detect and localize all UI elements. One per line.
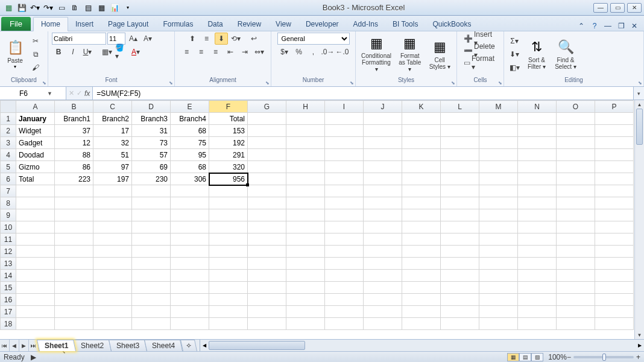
- cell[interactable]: [55, 258, 93, 270]
- tab-add-ins[interactable]: Add-Ins: [346, 17, 385, 31]
- cell[interactable]: 12: [55, 137, 93, 149]
- cell[interactable]: [171, 185, 209, 197]
- cell[interactable]: [364, 246, 402, 258]
- cell[interactable]: [209, 246, 248, 258]
- cell[interactable]: [93, 294, 132, 306]
- cell[interactable]: [518, 306, 557, 318]
- cell[interactable]: [132, 221, 171, 233]
- cell[interactable]: [171, 258, 209, 270]
- tab-formulas[interactable]: Formulas: [156, 17, 200, 31]
- cell[interactable]: [171, 282, 209, 294]
- row-header[interactable]: 18: [1, 318, 16, 330]
- cell[interactable]: [595, 161, 634, 173]
- cell[interactable]: [286, 185, 325, 197]
- font-color-icon[interactable]: A▾: [129, 46, 142, 58]
- cell[interactable]: [286, 246, 325, 258]
- cell[interactable]: [364, 233, 402, 246]
- increase-decimal-icon[interactable]: .0→: [321, 46, 335, 58]
- undo-icon[interactable]: ↶▾: [29, 2, 41, 14]
- percent-format-icon[interactable]: %: [292, 46, 306, 58]
- cell[interactable]: 230: [132, 173, 171, 185]
- cell[interactable]: [479, 258, 518, 270]
- column-header[interactable]: I: [325, 101, 364, 113]
- cell[interactable]: [595, 258, 634, 270]
- number-format-select[interactable]: General: [277, 33, 350, 45]
- cell[interactable]: [402, 246, 441, 258]
- cell[interactable]: [55, 270, 93, 282]
- cell[interactable]: [55, 233, 93, 246]
- fill-color-icon[interactable]: 🪣▾: [115, 46, 128, 58]
- cell[interactable]: [55, 209, 93, 221]
- macro-record-icon[interactable]: ▶: [31, 353, 36, 361]
- cell[interactable]: [171, 209, 209, 221]
- cell[interactable]: [55, 197, 93, 209]
- accounting-format-icon[interactable]: $▾: [278, 46, 291, 58]
- cell[interactable]: [55, 246, 93, 258]
- cell[interactable]: [479, 113, 518, 125]
- cell[interactable]: [557, 270, 595, 282]
- cell[interactable]: [595, 233, 634, 246]
- column-header[interactable]: D: [132, 101, 171, 113]
- row-header[interactable]: 8: [1, 197, 16, 209]
- row-header[interactable]: 15: [1, 282, 16, 294]
- cell[interactable]: [402, 282, 441, 294]
- cell[interactable]: [557, 197, 595, 209]
- cell[interactable]: [286, 125, 325, 137]
- cell[interactable]: [209, 197, 248, 209]
- cell[interactable]: [441, 209, 479, 221]
- cell[interactable]: Widget: [16, 125, 55, 137]
- cell[interactable]: [132, 270, 171, 282]
- print-preview-icon[interactable]: 🗎: [69, 2, 81, 14]
- cell[interactable]: 956: [209, 173, 248, 185]
- minimize-button[interactable]: —: [593, 3, 608, 13]
- grow-font-icon[interactable]: A▴: [127, 33, 140, 45]
- cell-styles-button[interactable]: ▦Cell Styles ▾: [426, 36, 453, 73]
- cell[interactable]: [325, 246, 364, 258]
- cell[interactable]: Total: [16, 173, 55, 185]
- cell[interactable]: [479, 233, 518, 246]
- clear-icon[interactable]: ◧▾: [508, 62, 521, 74]
- cell[interactable]: 51: [93, 149, 132, 161]
- scroll-down-icon[interactable]: ▼: [635, 331, 644, 339]
- cell[interactable]: [55, 282, 93, 294]
- cell[interactable]: 88: [55, 149, 93, 161]
- cell[interactable]: [209, 270, 248, 282]
- cell[interactable]: [171, 197, 209, 209]
- cell[interactable]: [248, 161, 286, 173]
- fill-icon[interactable]: ⬇▾: [508, 48, 521, 60]
- cell[interactable]: [402, 149, 441, 161]
- fx-icon[interactable]: fx: [84, 89, 90, 98]
- cell[interactable]: [171, 306, 209, 318]
- row-header[interactable]: 11: [1, 233, 16, 246]
- formula-input[interactable]: [92, 87, 633, 100]
- cell[interactable]: [479, 246, 518, 258]
- cell[interactable]: Branch1: [55, 113, 93, 125]
- cell[interactable]: [557, 258, 595, 270]
- cell[interactable]: [402, 137, 441, 149]
- cell[interactable]: [248, 233, 286, 246]
- conditional-formatting-button[interactable]: ▦Conditional Formatting ▾: [359, 36, 393, 73]
- column-header[interactable]: F: [209, 101, 248, 113]
- align-bottom-icon[interactable]: ⬇: [215, 33, 228, 45]
- cell[interactable]: [595, 149, 634, 161]
- column-header[interactable]: K: [402, 101, 441, 113]
- scroll-left-icon[interactable]: ◀: [200, 340, 209, 351]
- cell[interactable]: 223: [55, 173, 93, 185]
- cell[interactable]: [402, 258, 441, 270]
- cell[interactable]: [16, 282, 55, 294]
- cell[interactable]: [364, 209, 402, 221]
- cell[interactable]: [595, 318, 634, 330]
- enter-formula-icon[interactable]: ✓: [77, 89, 82, 97]
- cell[interactable]: [248, 125, 286, 137]
- cell[interactable]: [325, 113, 364, 125]
- cell[interactable]: Branch3: [132, 113, 171, 125]
- cell[interactable]: 37: [55, 125, 93, 137]
- cell[interactable]: [441, 233, 479, 246]
- cell[interactable]: [16, 233, 55, 246]
- cell[interactable]: Gizmo: [16, 161, 55, 173]
- cell[interactable]: [518, 258, 557, 270]
- vertical-scrollbar[interactable]: ▲ ▼: [634, 100, 644, 339]
- cell[interactable]: [55, 306, 93, 318]
- tab-quickbooks[interactable]: QuickBooks: [425, 17, 478, 31]
- cell[interactable]: [364, 197, 402, 209]
